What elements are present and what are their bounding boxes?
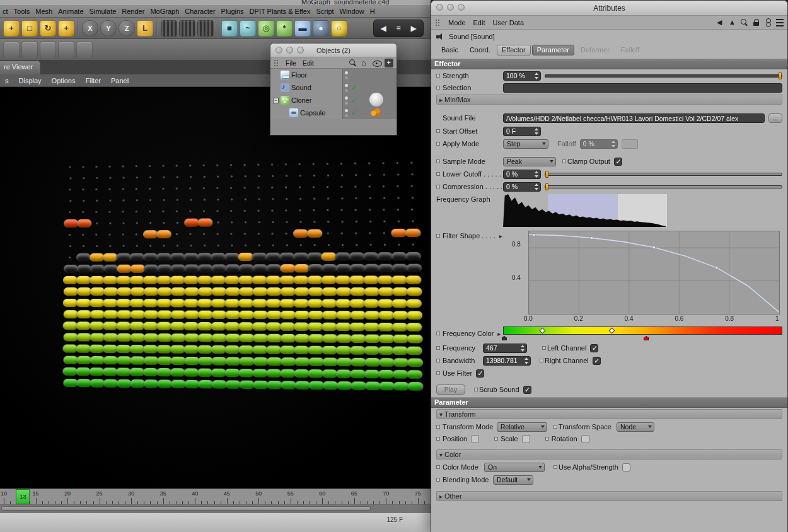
left-channel-anim-toggle[interactable] <box>542 346 546 350</box>
viewport-3d[interactable] <box>0 87 431 489</box>
make-editable-icon[interactable] <box>3 42 20 58</box>
browse-button[interactable]: ... <box>768 113 782 123</box>
apply-mode-anim-toggle[interactable] <box>436 142 440 146</box>
cube-primitive-icon[interactable]: ■ <box>221 20 238 37</box>
frequency-color-gradient[interactable] <box>503 326 782 341</box>
other-group-header[interactable]: Other <box>436 491 782 501</box>
scrub-sound-anim-toggle[interactable] <box>474 388 478 391</box>
enabled-check-icon[interactable]: ✓ <box>351 109 359 117</box>
stepper-arrows-icon[interactable] <box>524 357 529 364</box>
sample-mode-anim-toggle[interactable] <box>436 159 440 163</box>
compression-field[interactable]: 0 % <box>503 182 541 192</box>
scale-anim-toggle[interactable] <box>494 437 498 441</box>
list-icon[interactable] <box>776 19 784 26</box>
stepper-arrows-icon[interactable] <box>534 128 539 135</box>
main-menu-item-plugins[interactable]: Plugins <box>221 8 244 15</box>
apply-mode-select[interactable]: Step <box>503 139 548 149</box>
link-icon[interactable] <box>764 18 773 27</box>
add-box-icon[interactable] <box>385 59 393 67</box>
start-offset-anim-toggle[interactable] <box>436 129 440 133</box>
nav-forward-icon[interactable]: ▶ <box>407 21 420 35</box>
gradient-bar[interactable] <box>503 327 782 335</box>
instance-icon[interactable]: * <box>276 20 293 37</box>
visibility-dots-icon[interactable] <box>345 84 349 92</box>
strength-anim-toggle[interactable] <box>436 74 440 78</box>
model-mode-icon[interactable] <box>21 42 38 58</box>
use-filter-anim-toggle[interactable] <box>436 371 440 375</box>
viewport-menu-item-filter[interactable]: Filter <box>86 77 101 84</box>
transform-mode-select[interactable]: Relative <box>497 422 547 432</box>
position-anim-toggle[interactable] <box>436 437 440 441</box>
strength-field[interactable]: 100 % <box>503 71 541 81</box>
main-menu-item-render[interactable]: Render <box>122 8 144 15</box>
slider-handle[interactable] <box>779 72 782 79</box>
slider-handle[interactable] <box>545 183 548 190</box>
main-menu-item-mesh[interactable]: Mesh <box>35 8 52 15</box>
z-axis-lock-icon[interactable]: Z <box>119 20 135 37</box>
object-row-floor[interactable]: Floor <box>270 69 397 81</box>
stepper-arrows-icon[interactable] <box>534 183 539 190</box>
viewport-menu-item-panel[interactable]: Panel <box>111 77 129 84</box>
parameter-section-header[interactable]: Parameter <box>431 397 787 408</box>
transform-group-header[interactable]: Transform <box>436 409 782 419</box>
light-icon[interactable]: ○ <box>331 20 347 37</box>
start-offset-field[interactable]: 0 F <box>503 127 541 136</box>
viewport-menu-item-s[interactable]: s <box>5 77 9 84</box>
rotation-checkbox[interactable] <box>581 435 589 443</box>
frequency-field[interactable]: 467 <box>483 344 527 353</box>
attributes-titlebar[interactable]: Attributes <box>431 1 787 16</box>
scrub-sound-checkbox[interactable] <box>523 386 531 394</box>
play-button[interactable]: Play <box>436 385 465 395</box>
visibility-dots-icon[interactable] <box>345 109 349 117</box>
visibility-dots-icon[interactable] <box>345 71 349 79</box>
clamp-output-anim-toggle[interactable] <box>562 159 566 163</box>
tab-picture-viewer[interactable]: re Viewer <box>0 61 41 74</box>
viewport-menu-item-options[interactable]: Options <box>52 77 76 84</box>
objects-menu-item-edit[interactable]: Edit <box>303 59 314 67</box>
timeline-ruler[interactable]: 101520253035404550556065707513 <box>0 489 431 505</box>
workplane-icon[interactable] <box>58 42 74 58</box>
transform-space-anim-toggle[interactable] <box>553 425 557 429</box>
zoom-window-icon[interactable] <box>297 47 304 54</box>
stepper-arrows-icon[interactable] <box>534 171 539 178</box>
color-mode-select[interactable]: On <box>484 463 545 472</box>
visibility-dots-icon[interactable] <box>345 96 349 105</box>
nav-back-icon[interactable]: ◀ <box>376 21 390 35</box>
attributes-menu-item-edit[interactable]: Edit <box>473 19 485 26</box>
transform-space-select[interactable]: Node <box>617 422 654 432</box>
blending-mode-anim-toggle[interactable] <box>436 478 440 482</box>
color-mode-anim-toggle[interactable] <box>436 465 440 469</box>
position-checkbox[interactable] <box>471 435 479 443</box>
object-row-capsule[interactable]: Capsule✓ <box>270 107 397 119</box>
main-menu-item-tools[interactable]: Tools <box>14 8 30 15</box>
floor-tool-icon[interactable]: ▬ <box>294 20 311 37</box>
attributes-menu-item-mode[interactable]: Mode <box>448 19 466 26</box>
rotate-tool-icon[interactable]: ↻ <box>40 20 56 37</box>
enabled-check-icon[interactable]: ✓ <box>351 84 359 92</box>
lower-cutoff-slider[interactable] <box>545 170 782 179</box>
stepper-arrows-icon[interactable] <box>520 345 525 352</box>
objects-menu-item-file[interactable]: File <box>286 59 296 67</box>
object-row-cloner[interactable]: −Cloner✓ <box>270 94 397 107</box>
main-menu-item-mograph[interactable]: MoGraph <box>150 8 179 15</box>
tab-parameter[interactable]: Parameter <box>532 45 574 55</box>
main-menu-item-dpit-plants-effex[interactable]: DPIT Plants & Effex <box>250 8 311 15</box>
scale-checkbox[interactable] <box>522 435 530 443</box>
filter-curve-plot[interactable] <box>528 231 780 315</box>
object-row-sound[interactable]: Sound✓ <box>270 81 397 94</box>
eye-icon[interactable] <box>373 59 381 67</box>
current-frame-marker[interactable]: 13 <box>16 489 30 504</box>
attributes-menu-item-user-data[interactable]: User Data <box>493 19 524 26</box>
last-tool-icon[interactable]: + <box>58 20 74 37</box>
bandwidth-field[interactable]: 13980.781 <box>483 356 531 366</box>
objects-titlebar[interactable]: Objects (2) <box>270 43 397 57</box>
snap-settings-icon[interactable] <box>76 42 93 58</box>
grip-handle-icon[interactable] <box>274 59 279 66</box>
zoom-window-icon[interactable] <box>458 4 465 11</box>
window-titlebar[interactable]: MoGraph_soundmeterle.c4d <box>0 0 431 5</box>
timeline-range-slider[interactable] <box>0 505 431 512</box>
viewport-menu-item-display[interactable]: Display <box>19 77 42 84</box>
search-icon[interactable] <box>740 18 749 27</box>
y-axis-lock-icon[interactable]: Y <box>100 20 117 37</box>
minmax-group-header[interactable]: Min/Max <box>436 95 782 105</box>
